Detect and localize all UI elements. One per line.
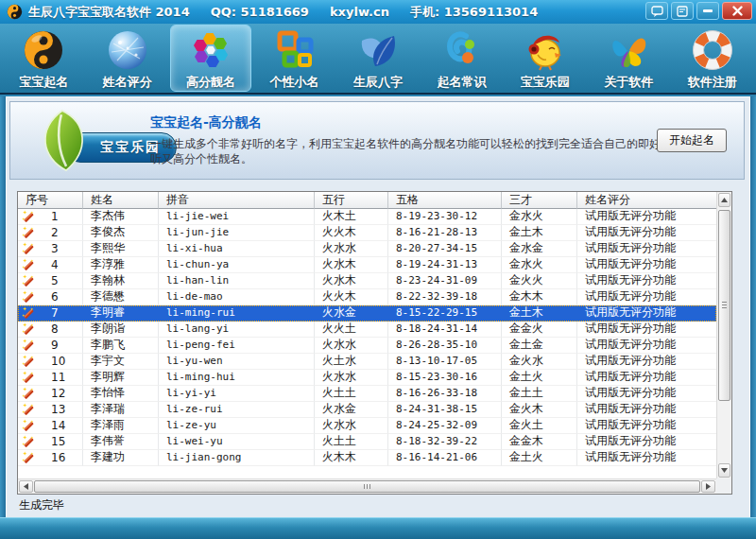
column-header-wuge[interactable]: 五格 (388, 192, 502, 209)
column-header-pinyin[interactable]: 拼音 (159, 192, 315, 209)
row-wuxing: 火火土 (315, 322, 388, 338)
row-score: 试用版无评分功能 (577, 257, 716, 273)
table-row[interactable]: 16 李建功 li-jian-gong 火木木 8-16-14-21-06 金土… (18, 450, 716, 466)
magic-wand-icon (22, 371, 36, 385)
row-wuxing: 火水木 (315, 273, 388, 289)
start-naming-button[interactable]: 开始起名 (657, 129, 727, 152)
table-row[interactable]: 2 李俊杰 li-jun-jie 火火木 8-16-21-28-13 金土木 试… (18, 225, 716, 241)
row-score: 试用版无评分功能 (577, 289, 716, 305)
minimize-button[interactable] (696, 2, 719, 20)
vertical-scrollbar[interactable] (716, 192, 731, 478)
row-name: 李杰伟 (83, 209, 159, 225)
arrow-left-icon (24, 483, 28, 490)
vertical-scroll-thumb[interactable] (718, 210, 730, 401)
row-wuge: 8-18-24-31-14 (388, 322, 502, 338)
scroll-up-button[interactable] (718, 193, 730, 207)
row-score: 试用版无评分功能 (577, 434, 716, 450)
row-wuge: 8-19-23-30-12 (388, 209, 502, 225)
row-wuxing: 火木土 (315, 209, 388, 225)
row-seq: 5 (51, 274, 59, 288)
toolbar-item-high-score-names[interactable]: 高分靓名 (170, 25, 251, 92)
table-row[interactable]: 13 李泽瑞 li-ze-rui 火水金 8-24-31-38-15 金火木 试… (18, 402, 716, 418)
row-wuxing: 火火木 (315, 289, 388, 305)
table-row[interactable]: 10 李宇文 li-yu-wen 火土水 8-13-10-17-05 金火水 试… (18, 354, 716, 370)
app-phone: 手机: 13569113014 (410, 4, 538, 21)
toolbar-item-name-scoring[interactable]: 姓名评分 (87, 25, 168, 92)
horizontal-scroll-thumb[interactable] (34, 480, 700, 493)
row-wuge: 8-16-21-28-13 (388, 225, 502, 241)
row-name: 李熙华 (83, 241, 159, 257)
table-row[interactable]: 5 李翰林 li-han-lin 火水木 8-23-24-31-09 金火火 试… (18, 273, 716, 289)
row-name: 李德懋 (83, 289, 159, 305)
row-pinyin: li-ze-rui (159, 402, 315, 418)
row-seq: 15 (51, 435, 65, 449)
table-row[interactable]: 6 李德懋 li-de-mao 火火木 8-22-32-39-18 金木木 试用… (18, 289, 716, 305)
row-sancai: 金水金 (502, 241, 577, 257)
table-row[interactable]: 7 李明睿 li-ming-rui 火水金 8-15-22-29-15 金土木 … (18, 305, 716, 322)
column-header-name[interactable]: 姓名 (83, 192, 159, 209)
toolbar-item-birth-bazi[interactable]: 生辰八字 (337, 25, 419, 92)
row-name: 李明睿 (83, 305, 159, 322)
table-row[interactable]: 11 李明辉 li-ming-hui 火水水 8-15-23-30-16 金土火… (18, 370, 716, 386)
row-sancai: 金土火 (502, 450, 577, 466)
speech-bubble-icon (651, 6, 663, 17)
toolbar-item-baby-naming[interactable]: 宝宝起名 (3, 25, 84, 92)
main-toolbar: 宝宝起名 姓名评分 高分靓名 (0, 24, 756, 95)
row-score: 试用版无评分功能 (577, 450, 716, 466)
row-pinyin: li-lang-yi (159, 322, 315, 338)
row-sancai: 金火水 (502, 354, 577, 370)
horizontal-scrollbar[interactable] (18, 478, 716, 494)
table-row[interactable]: 15 李伟誉 li-wei-yu 火土土 8-18-32-39-22 金金木 试… (18, 434, 716, 450)
column-header-wuxing[interactable]: 五行 (315, 192, 388, 209)
column-header-score[interactable]: 姓名评分 (577, 192, 716, 209)
row-name: 李泽雨 (83, 418, 159, 434)
row-sancai: 金金木 (502, 434, 577, 450)
scroll-left-button[interactable] (19, 480, 33, 493)
toolbar-item-naming-knowledge[interactable]: 起名常识 (421, 25, 502, 92)
row-wuge: 8-13-10-17-05 (388, 354, 502, 370)
table-row[interactable]: 9 李鹏飞 li-peng-fei 火水水 8-26-28-35-10 金土金 … (18, 338, 716, 354)
row-name: 李翰林 (83, 273, 159, 289)
toolbar-item-label: 姓名评分 (103, 74, 152, 91)
row-wuge: 8-19-24-31-13 (388, 257, 502, 273)
scroll-right-button[interactable] (701, 480, 715, 493)
scroll-down-button[interactable] (718, 463, 730, 478)
column-header-sancai[interactable]: 三才 (502, 192, 577, 209)
row-sancai: 金土金 (502, 338, 577, 354)
close-button[interactable] (722, 2, 752, 20)
row-wuge: 8-15-22-29-15 (388, 305, 502, 322)
table-row[interactable]: 1 李杰伟 li-jie-wei 火木土 8-19-23-30-12 金水火 试… (18, 209, 716, 225)
toolbar-item-about[interactable]: 关于软件 (588, 25, 669, 92)
magic-wand-icon (22, 306, 36, 321)
toolbar-item-baby-paradise[interactable]: 宝宝乐园 (505, 25, 586, 92)
row-score: 试用版无评分功能 (577, 209, 716, 225)
row-wuge: 8-15-23-30-16 (388, 370, 502, 386)
app-qq: QQ: 51181669 (211, 5, 309, 19)
form-button[interactable] (671, 2, 694, 20)
column-header-seq[interactable]: 序号 (18, 192, 83, 209)
feedback-button[interactable] (645, 2, 668, 20)
table-row[interactable]: 3 李熙华 li-xi-hua 火水水 8-20-27-34-15 金水金 试用… (18, 241, 716, 257)
row-pinyin: li-ming-rui (159, 305, 315, 322)
row-seq: 8 (51, 322, 59, 337)
hexagon-flower-icon (189, 28, 232, 71)
color-squares-icon (273, 28, 317, 71)
row-seq: 13 (51, 403, 65, 417)
row-pinyin: li-wei-yu (159, 434, 315, 450)
toolbar-item-register[interactable]: 软件注册 (672, 25, 753, 92)
row-score: 试用版无评分功能 (577, 273, 716, 289)
row-pinyin: li-yu-wen (159, 354, 315, 370)
row-score: 试用版无评分功能 (577, 322, 716, 338)
row-seq: 7 (51, 306, 59, 321)
row-pinyin: li-de-mao (159, 289, 315, 305)
row-wuge: 8-16-26-33-18 (388, 386, 502, 402)
table-row[interactable]: 12 李怡怿 li-yi-yi 火土土 8-16-26-33-18 金土土 试用… (18, 386, 716, 402)
table-row[interactable]: 4 李淳雅 li-chun-ya 火水木 8-19-24-31-13 金水火 试… (18, 257, 716, 273)
row-wuxing: 火水木 (315, 257, 388, 273)
row-wuxing: 火土土 (315, 434, 388, 450)
table-row[interactable]: 14 李泽雨 li-ze-yu 火水水 8-24-25-32-09 金火土 试用… (18, 418, 716, 434)
row-sancai: 金土土 (502, 386, 577, 402)
row-wuge: 8-26-28-35-10 (388, 338, 502, 354)
table-row[interactable]: 8 李朗诣 li-lang-yi 火火土 8-18-24-31-14 金金火 试… (18, 322, 716, 338)
toolbar-item-nicknames[interactable]: 个性小名 (254, 25, 335, 92)
